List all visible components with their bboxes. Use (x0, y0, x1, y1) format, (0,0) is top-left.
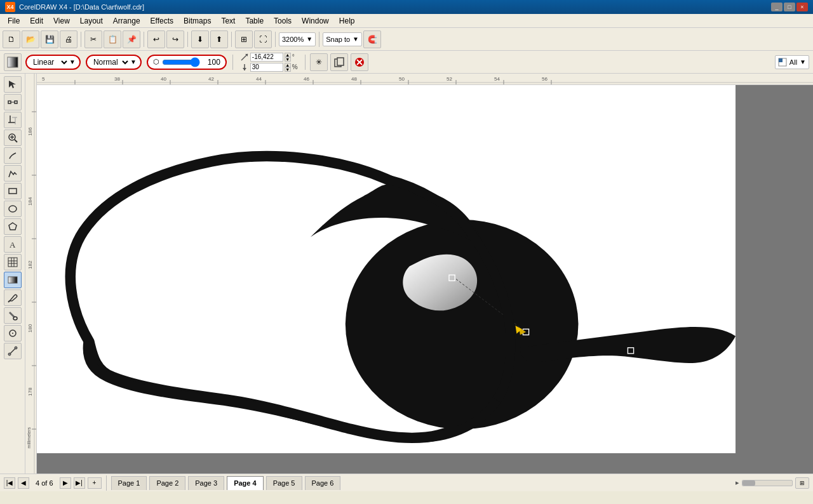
tool-text[interactable]: A (4, 236, 22, 253)
ruler-unit-label: millimeters (27, 427, 31, 448)
page-tab-1[interactable]: Page 1 (111, 476, 147, 490)
svg-point-38 (8, 353, 11, 355)
copy-button[interactable]: 📋 (104, 30, 121, 48)
tool-select[interactable] (4, 76, 22, 93)
menu-table[interactable]: Table (240, 15, 269, 27)
fit-page-button[interactable]: ⊞ (795, 477, 809, 489)
zoom-combo[interactable]: 3200% ▼ (279, 32, 316, 46)
menu-file[interactable]: File (3, 15, 25, 27)
x-down-arrow[interactable]: ▼ (285, 57, 291, 62)
svg-text:186: 186 (27, 127, 33, 136)
x-coord-input[interactable] (250, 53, 283, 62)
snap-combo[interactable]: Snap to ▼ (323, 32, 362, 46)
menu-edit[interactable]: Edit (25, 15, 48, 27)
menu-text[interactable]: Text (216, 15, 240, 27)
menu-arrange[interactable]: Arrange (108, 15, 145, 27)
svg-marker-4 (243, 68, 246, 70)
menu-effects[interactable]: Effects (145, 15, 178, 27)
scroll-bar[interactable] (742, 480, 793, 486)
paste-button[interactable]: 📌 (123, 30, 140, 48)
opacity-control[interactable]: ⬡ 100 (147, 55, 227, 70)
page-info: 4 of 6 (36, 479, 53, 487)
tool-outline[interactable] (4, 325, 22, 342)
menu-tools[interactable]: Tools (269, 15, 297, 27)
tool-eyedropper[interactable] (4, 289, 22, 306)
page-tab-4[interactable]: Page 4 (227, 476, 263, 490)
svg-text:184: 184 (27, 197, 33, 206)
minimize-button[interactable]: _ (771, 3, 783, 11)
open-button[interactable]: 📂 (22, 30, 39, 48)
status-hint: ▸ (736, 479, 739, 487)
blend-mode-select[interactable]: Normal Multiply Screen Overlay (91, 57, 130, 67)
page-tab-6[interactable]: Page 6 (305, 476, 341, 490)
page-tab-2[interactable]: Page 2 (149, 476, 185, 490)
title-text: CorelDRAW X4 - [D:\Data C\art\wolf.cdr] (19, 3, 771, 11)
separator-3 (187, 32, 188, 47)
export-button[interactable]: ⬆ (210, 30, 228, 48)
blend-mode-selector[interactable]: Normal Multiply Screen Overlay ▼ (86, 55, 142, 70)
tool-connector[interactable] (4, 343, 22, 359)
tool-smart[interactable] (4, 165, 22, 182)
prev-page-button[interactable]: ◀ (18, 477, 29, 489)
y-coord-arrows[interactable]: ▲ ▼ (285, 63, 291, 72)
drawing-canvas[interactable] (37, 85, 736, 453)
separator-5 (275, 32, 276, 47)
close-button[interactable]: × (796, 3, 808, 11)
next-page-button[interactable]: ▶ (60, 477, 71, 489)
svg-rect-0 (8, 57, 18, 67)
opacity-slider[interactable] (162, 57, 200, 67)
add-page-button[interactable]: + (88, 477, 102, 489)
svg-rect-81 (730, 388, 736, 394)
freeze-button[interactable]: ✳ (310, 53, 328, 71)
tool-shape[interactable] (4, 94, 22, 110)
tool-gradient[interactable] (4, 272, 22, 288)
tool-freehand[interactable] (4, 147, 22, 164)
tool-fill[interactable] (4, 307, 22, 324)
import-button[interactable]: ⬇ (191, 30, 209, 48)
last-page-button[interactable]: ▶| (74, 477, 85, 489)
tool-rectangle[interactable] (4, 183, 22, 199)
maximize-button[interactable]: □ (784, 3, 795, 11)
copy-properties-button[interactable] (330, 53, 348, 71)
snap-options-button[interactable]: 🧲 (363, 30, 381, 48)
full-screen-button[interactable]: ⛶ (254, 30, 272, 48)
cut-button[interactable]: ✂ (84, 30, 102, 48)
page-tab-3[interactable]: Page 3 (188, 476, 224, 490)
y-down-arrow[interactable]: ▼ (285, 67, 291, 72)
x-coordinate-group: ▲ ▼ ° ▲ ▼ % (240, 52, 298, 72)
svg-text:54: 54 (494, 76, 500, 82)
tool-zoom[interactable] (4, 129, 22, 146)
zoom-value: 3200% (282, 36, 304, 43)
menu-bitmaps[interactable]: Bitmaps (178, 15, 216, 27)
gradient-type-select[interactable]: Linear Radial Conical Square (30, 57, 69, 67)
gradient-type-selector[interactable]: Linear Radial Conical Square ▼ (25, 55, 81, 70)
tool-crop[interactable] (4, 112, 22, 128)
menu-window[interactable]: Window (297, 15, 334, 27)
print-button[interactable]: 🖨 (60, 30, 77, 48)
x-coord-arrows[interactable]: ▲ ▼ (285, 53, 291, 62)
y-coord-input[interactable] (250, 63, 283, 72)
page-tab-5[interactable]: Page 5 (266, 476, 302, 490)
tool-ellipse[interactable] (4, 201, 22, 217)
menu-bar: File Edit View Layout Arrange Effects Bi… (0, 14, 813, 28)
separator-2 (144, 32, 144, 47)
first-page-button[interactable]: |◀ (4, 477, 15, 489)
menu-layout[interactable]: Layout (75, 15, 108, 27)
svg-rect-6 (337, 58, 344, 65)
undo-button[interactable]: ↩ (147, 30, 165, 48)
tool-table[interactable] (4, 254, 22, 270)
clear-gradient-button[interactable] (351, 53, 368, 71)
save-button[interactable]: 💾 (41, 30, 58, 48)
menu-help[interactable]: Help (334, 15, 360, 27)
redo-button[interactable]: ↪ (166, 30, 184, 48)
x-up-arrow[interactable]: ▲ (285, 53, 291, 57)
status-right: ▸ ⊞ (736, 477, 809, 489)
view-mode-button[interactable]: ⊞ (235, 30, 253, 48)
menu-view[interactable]: View (48, 15, 75, 27)
tool-polygon[interactable] (4, 218, 22, 235)
all-arrow: ▼ (800, 58, 806, 65)
svg-text:52: 52 (447, 76, 452, 82)
y-up-arrow[interactable]: ▲ (285, 63, 291, 67)
all-combo[interactable]: All ▼ (775, 55, 809, 69)
new-button[interactable]: 🗋 (3, 30, 20, 48)
